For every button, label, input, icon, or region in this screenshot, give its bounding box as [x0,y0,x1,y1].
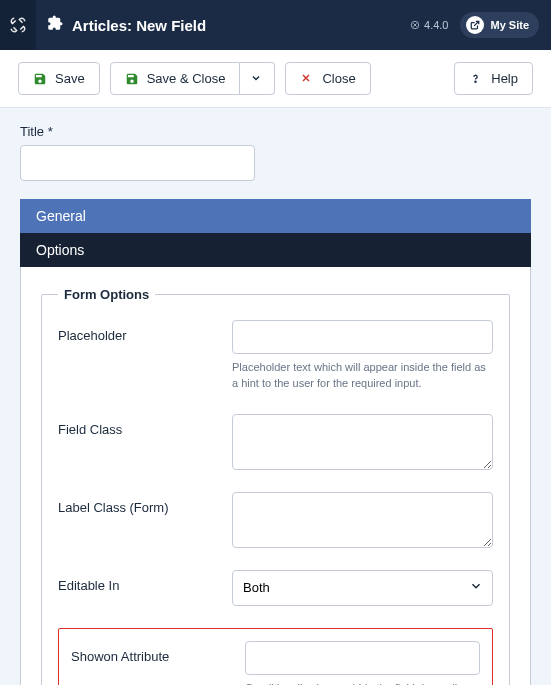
placeholder-input[interactable] [232,320,493,354]
content-area: Title * General Options Form Options Pla… [0,108,551,685]
placeholder-label: Placeholder [58,320,218,343]
row-editable-in: Editable In Both [58,570,493,606]
joomla-icon [9,16,27,34]
form-options-fieldset: Form Options Placeholder Placeholder tex… [41,287,510,685]
app-header: Articles: New Field 4.4.0 My Site [0,0,551,50]
title-label: Title * [20,124,531,139]
help-button[interactable]: Help [454,62,533,95]
mysite-label: My Site [490,19,529,31]
save-icon [33,72,47,86]
save-button[interactable]: Save [18,62,100,95]
save-close-group: Save & Close [110,62,276,95]
showon-help: Conditionally show or hide the field dep… [245,681,480,685]
joomla-logo[interactable] [0,0,36,50]
field-class-input[interactable] [232,414,493,470]
tabs: General Options Form Options Placeholder… [20,199,531,685]
row-label-class: Label Class (Form) [58,492,493,548]
showon-input[interactable] [245,641,480,675]
save-icon [125,72,139,86]
puzzle-icon [46,14,64,36]
label-class-label: Label Class (Form) [58,492,218,515]
row-showon: Showon Attribute Conditionally show or h… [71,641,480,685]
external-link-icon [466,16,484,34]
svg-point-2 [475,81,476,82]
row-field-class: Field Class [58,414,493,470]
showon-label: Showon Attribute [71,641,231,664]
showon-highlight: Showon Attribute Conditionally show or h… [58,628,493,685]
close-button[interactable]: Close [285,62,370,95]
action-toolbar: Save Save & Close Close Help [0,50,551,108]
row-placeholder: Placeholder Placeholder text which will … [58,320,493,392]
editable-in-select[interactable]: Both [232,570,493,606]
placeholder-help: Placeholder text which will appear insid… [232,360,493,392]
tab-general[interactable]: General [20,199,531,233]
form-options-legend: Form Options [58,287,155,302]
version-badge: 4.4.0 [410,19,448,31]
editable-in-label: Editable In [58,570,218,593]
mysite-button[interactable]: My Site [460,12,539,38]
close-icon [300,72,314,86]
page-title: Articles: New Field [72,17,206,34]
save-close-dropdown-button[interactable] [240,62,275,95]
title-input[interactable] [20,145,255,181]
save-close-button[interactable]: Save & Close [110,62,241,95]
field-class-label: Field Class [58,414,218,437]
options-panel: Form Options Placeholder Placeholder tex… [20,267,531,685]
tab-options[interactable]: Options [20,233,531,267]
label-class-input[interactable] [232,492,493,548]
help-icon [469,72,483,86]
chevron-down-icon [250,72,264,86]
joomla-small-icon [410,20,420,30]
